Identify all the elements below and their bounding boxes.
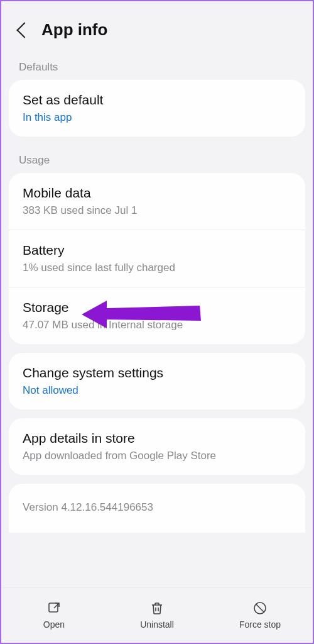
row-sub: In this app <box>23 111 291 124</box>
row-title: Battery <box>23 243 291 258</box>
row-storage[interactable]: Storage 47.07 MB used in Internal storag… <box>9 287 305 344</box>
row-battery[interactable]: Battery 1% used since last fully charged <box>9 230 305 287</box>
header: App info <box>1 1 313 52</box>
uninstall-label: Uninstall <box>140 619 174 630</box>
force-stop-button[interactable]: Force stop <box>209 601 311 630</box>
section-label-defaults: Defaults <box>1 52 313 80</box>
row-title: Mobile data <box>23 186 291 201</box>
row-sub: 1% used since last fully charged <box>23 262 291 274</box>
row-app-details-in-store[interactable]: App details in store App downloaded from… <box>9 418 305 475</box>
trash-icon <box>149 601 165 616</box>
open-button[interactable]: Open <box>3 601 105 630</box>
row-sub: App downloaded from Google Play Store <box>23 450 291 462</box>
back-icon[interactable] <box>16 22 32 38</box>
row-title: Storage <box>23 300 291 315</box>
section-label-usage: Usage <box>1 145 313 173</box>
bottom-bar: Open Uninstall Force stop <box>3 587 311 641</box>
card-store-details: App details in store App downloaded from… <box>9 418 305 475</box>
row-sub: 47.07 MB used in Internal storage <box>23 319 291 331</box>
version-text: Version 4.12.16.544196653 <box>23 501 291 514</box>
row-set-as-default[interactable]: Set as default In this app <box>9 80 305 136</box>
row-mobile-data[interactable]: Mobile data 383 KB used since Jul 1 <box>9 173 305 230</box>
open-icon <box>46 601 62 616</box>
uninstall-button[interactable]: Uninstall <box>106 601 208 630</box>
page-title: App info <box>41 20 107 40</box>
forbidden-icon <box>252 601 268 616</box>
row-title: Change system settings <box>23 365 291 380</box>
row-title: App details in store <box>23 431 291 446</box>
open-label: Open <box>43 619 65 630</box>
force-stop-label: Force stop <box>239 619 281 630</box>
svg-rect-0 <box>49 603 58 612</box>
card-defaults: Set as default In this app <box>9 80 305 136</box>
row-title: Set as default <box>23 92 291 108</box>
row-change-system-settings[interactable]: Change system settings Not allowed <box>9 353 305 409</box>
row-sub: 383 KB used since Jul 1 <box>23 204 291 217</box>
card-version: Version 4.12.16.544196653 <box>9 484 305 533</box>
row-sub: Not allowed <box>23 384 291 397</box>
card-change-settings: Change system settings Not allowed <box>9 353 305 409</box>
card-usage: Mobile data 383 KB used since Jul 1 Batt… <box>9 173 305 344</box>
